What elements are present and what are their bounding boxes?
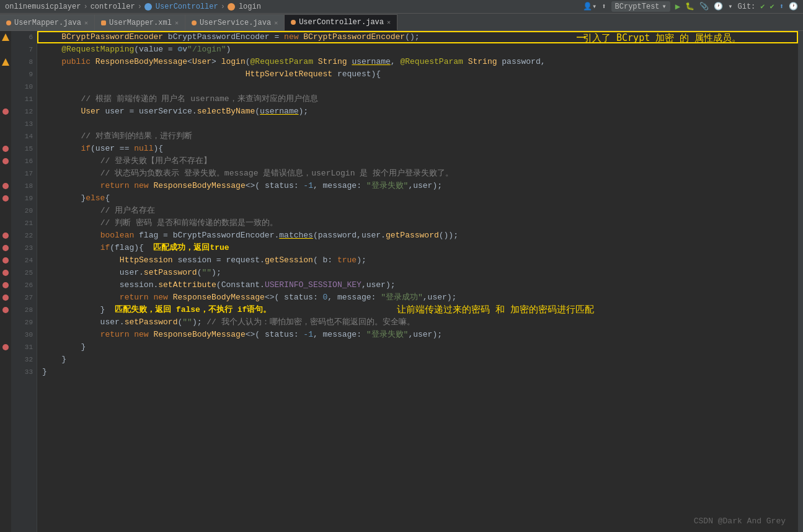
- code-line-10: [37, 81, 798, 93]
- class-icon: [144, 3, 152, 11]
- tab-close-icon[interactable]: ✕: [175, 19, 179, 27]
- code-line-20: // 用户名存在: [37, 205, 798, 217]
- breadcrumb-class[interactable]: UserController: [156, 2, 218, 11]
- line-23: 23: [11, 242, 37, 254]
- tab-userservice-java[interactable]: UserService.java ✕: [185, 14, 285, 30]
- marker-21: [0, 217, 11, 229]
- marker-25: [0, 267, 11, 279]
- marker-18: [0, 180, 11, 192]
- tab-close-icon[interactable]: ✕: [84, 19, 88, 27]
- line-14: 14: [11, 130, 37, 143]
- line-12: 12: [11, 105, 37, 118]
- breakpoint-icon[interactable]: [2, 270, 9, 276]
- scrollbar[interactable]: [798, 31, 803, 532]
- breakpoint-icon[interactable]: [2, 158, 9, 164]
- code-line-32: }: [37, 353, 798, 366]
- line-21: 21: [11, 217, 37, 229]
- breakpoint-icon[interactable]: [2, 344, 9, 350]
- line-27: 27: [11, 291, 37, 304]
- code-line-19: }else{: [37, 192, 798, 205]
- marker-7: [0, 43, 11, 56]
- code-line-25: user.setPassword("");: [37, 267, 798, 279]
- code-line-14: // 对查询到的结果，进行判断: [37, 130, 798, 143]
- tab-close-icon[interactable]: ✕: [387, 19, 391, 26]
- breakpoint-icon[interactable]: [2, 307, 9, 313]
- tab-usermapper-xml[interactable]: UserMapper.xml ✕: [95, 14, 185, 30]
- run-config-dropdown[interactable]: ▾: [662, 2, 667, 11]
- more-button[interactable]: ▾: [728, 2, 732, 11]
- git-check2[interactable]: ✔: [770, 2, 774, 11]
- breadcrumb-project: onlinemusicplayer: [5, 2, 81, 11]
- code-line-31: }: [37, 341, 798, 353]
- tab-usercontroller-java[interactable]: UserController.java ✕: [285, 14, 397, 30]
- watermark: CSDN @Dark And Grey: [694, 516, 786, 526]
- git-push[interactable]: ⬆: [779, 2, 784, 11]
- attach-button[interactable]: 📎: [699, 2, 709, 11]
- line-26: 26: [11, 279, 37, 291]
- java-file-icon: [291, 20, 296, 25]
- line-25: 25: [11, 267, 37, 279]
- line-number-gutter: 6 7 8 9 10 11 12 13 14 15 16 17 18 19 20…: [11, 31, 37, 532]
- line-22: 22: [11, 229, 37, 242]
- breakpoint-icon[interactable]: [2, 257, 9, 264]
- marker-17: [0, 167, 11, 180]
- code-editor[interactable]: BCryptPasswordEncoder bCryptPasswordEnco…: [37, 31, 798, 532]
- breakpoint-icon[interactable]: [2, 195, 9, 202]
- marker-31: [0, 341, 11, 353]
- breakpoint-icon[interactable]: [2, 109, 9, 115]
- tab-label: UserController.java: [299, 18, 384, 27]
- line-15: 15: [11, 143, 37, 155]
- code-line-15: if(user == null){: [37, 143, 798, 155]
- git-check[interactable]: ✔: [760, 2, 765, 11]
- run-button[interactable]: ▶: [675, 1, 680, 12]
- marker-11: [0, 93, 11, 105]
- tab-label: UserMapper.xml: [109, 19, 172, 27]
- marker-9: [0, 68, 11, 81]
- user-icon[interactable]: 👤▾: [583, 2, 597, 11]
- code-line-7: @RequestMapping(value = ⚙v"/login"): [37, 43, 798, 56]
- breakpoint-icon[interactable]: [2, 282, 9, 288]
- method-icon: [228, 3, 235, 11]
- line-7: 7: [11, 43, 37, 56]
- line-6: 6: [11, 31, 37, 43]
- run-config[interactable]: BCryptTest ▾: [611, 1, 670, 12]
- debug-button[interactable]: 🐛: [685, 2, 694, 11]
- breakpoint-icon[interactable]: [2, 183, 9, 189]
- code-line-17: // 状态码为负数表示 登录失败。message 是错误信息，userLogin…: [37, 167, 798, 180]
- clock-icon[interactable]: 🕐: [789, 2, 798, 11]
- code-line-33: }: [37, 366, 798, 378]
- breakpoint-icon[interactable]: [2, 146, 9, 152]
- breadcrumb-method[interactable]: login: [239, 2, 261, 11]
- code-line-23: if(flag){ 匹配成功，返回true: [37, 242, 798, 254]
- marker-15: [0, 143, 11, 155]
- line-31: 31: [11, 341, 37, 353]
- java-file-icon: [192, 20, 197, 25]
- tab-close-icon[interactable]: ✕: [274, 19, 278, 27]
- breakpoint-icon[interactable]: [2, 245, 9, 251]
- line-28: 28: [11, 304, 37, 316]
- line-19: 19: [11, 192, 37, 205]
- code-line-28: } 匹配失败，返回 false，不执行 if语句。: [37, 304, 798, 316]
- warning-icon: [2, 33, 9, 41]
- run-config-label: BCryptTest: [615, 2, 660, 11]
- top-bar: onlinemusicplayer › controller › UserCon…: [0, 0, 803, 14]
- line-9: 9: [11, 68, 37, 81]
- code-line-18: return new ResponseBodyMessage<>( status…: [37, 180, 798, 192]
- marker-22: [0, 229, 11, 242]
- line-32: 32: [11, 353, 37, 366]
- line-29: 29: [11, 316, 37, 329]
- warning-icon: [2, 58, 9, 66]
- code-line-24: HttpSession session = request.getSession…: [37, 254, 798, 267]
- marker-26: [0, 279, 11, 291]
- coverage-button[interactable]: 🕐: [714, 2, 723, 11]
- line-20: 20: [11, 205, 37, 217]
- breakpoint-icon[interactable]: [2, 233, 9, 239]
- vcs-icon[interactable]: ⬆: [601, 2, 606, 11]
- line-18: 18: [11, 180, 37, 192]
- tab-usermapper-java[interactable]: UserMapper.java ✕: [0, 14, 95, 30]
- breakpoint-icon[interactable]: [2, 295, 9, 301]
- marker-20: [0, 205, 11, 217]
- code-line-6: BCryptPasswordEncoder bCryptPasswordEnco…: [37, 31, 798, 43]
- marker-13: [0, 118, 11, 130]
- marker-33: [0, 366, 11, 378]
